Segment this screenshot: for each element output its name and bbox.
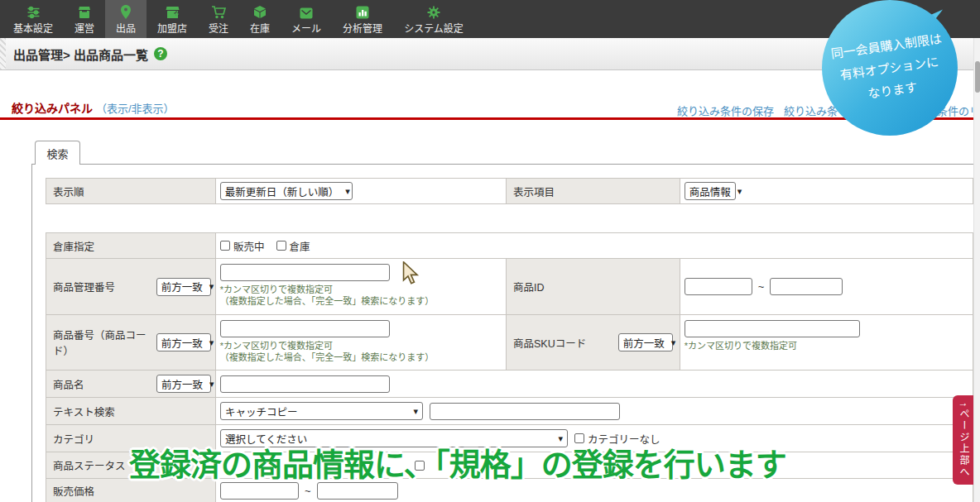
on-sale-checkbox[interactable] (220, 241, 230, 251)
nav-item-label: 在庫 (250, 21, 270, 35)
text-search-label: テキスト検索 (46, 398, 216, 424)
bar-chart-icon (356, 4, 369, 19)
nav-item-label: 出品 (116, 21, 136, 35)
product-code-match-select[interactable]: 前方一致 (156, 333, 211, 351)
package-icon (253, 4, 267, 19)
display-items-label: 表示項目 (507, 179, 680, 203)
mgmt-no-note1: *カンマ区切りで複数指定可 (220, 284, 333, 295)
nav-item-operations[interactable]: 運営 (64, 0, 105, 38)
product-name-match-select[interactable]: 前方一致 (156, 375, 211, 393)
table-row: 商品名 前方一致 (46, 371, 973, 398)
screen: 基本設定 運営 出品 加盟店 受注 (0, 0, 980, 502)
mail-icon (300, 4, 313, 19)
sku-match-select[interactable]: 前方一致 (618, 333, 673, 351)
table-row: 商品管理番号 前方一致 *カンマ区切りで複数指定可 （複数指定した場合、「完全一… (46, 259, 973, 315)
warehouse-label: 倉庫指定 (46, 233, 216, 258)
product-id-label: 商品ID (507, 259, 680, 314)
sort-label: 表示順 (46, 179, 216, 203)
box-icon (78, 4, 91, 19)
nav-item-label: システム設定 (404, 21, 464, 35)
save-filter-link[interactable]: 絞り込み条件の保存 (677, 103, 774, 118)
mgmt-no-label: 商品管理番号 (53, 279, 115, 294)
mgmt-no-note2: （複数指定した場合、「完全一致」検索になります） (220, 295, 435, 307)
filter-toggle-link[interactable]: （表示/非表示） (96, 103, 175, 115)
nav-item-basic-settings[interactable]: 基本設定 (2, 0, 64, 38)
range-tilde: ~ (758, 280, 765, 293)
scrollbar-thumb[interactable] (975, 61, 980, 93)
nav-item-mail[interactable]: メール (281, 0, 332, 38)
product-name-label: 商品名 (53, 376, 84, 392)
nav-item-label: 加盟店 (157, 21, 187, 35)
text-search-input[interactable] (430, 403, 620, 420)
pin-tag-icon (120, 4, 132, 19)
store-plus-icon (166, 4, 180, 19)
sku-input[interactable] (685, 320, 860, 337)
range-tilde: ~ (305, 485, 311, 497)
back-to-top-button[interactable]: ↑ページ上部へ (953, 395, 975, 485)
cart-icon (212, 4, 226, 19)
table-row: 表示順 最新更新日（新しい順） 表示項目 商品情報 (46, 179, 973, 204)
scrollbar-track[interactable] (973, 38, 980, 502)
nav-item-merchants[interactable]: 加盟店 (147, 0, 198, 38)
product-code-note2: （複数指定した場合、「完全一致」検索になります） (220, 351, 435, 363)
warehouse-checkbox[interactable] (276, 241, 286, 251)
product-name-input[interactable] (220, 375, 390, 393)
product-code-note1: *カンマ区切りで複数指定可 (220, 340, 333, 351)
sliders-icon (26, 4, 41, 19)
mouse-cursor (402, 261, 420, 286)
product-code-label: 商品番号（商品コード） (53, 327, 156, 358)
warehouse-checkbox-label: 倉庫 (276, 238, 310, 254)
nav-item-label: 運営 (74, 21, 94, 35)
nav-item-label: 分析管理 (343, 21, 382, 35)
nav-item-listing[interactable]: 出品 (105, 0, 147, 38)
text-search-type-select[interactable]: キャッチコピー (220, 402, 423, 420)
video-caption: 登録済の商品情報に、「規格」の登録を行います (129, 439, 786, 485)
mgmt-no-input[interactable] (220, 264, 390, 281)
table-row: テキスト検索 キャッチコピー (46, 398, 973, 425)
nav-item-stock[interactable]: 在庫 (239, 0, 281, 38)
filter-panel-header: 絞り込みパネル （表示/非表示） (12, 99, 175, 116)
filter-panel-title: 絞り込みパネル (12, 102, 93, 115)
load-filter-link[interactable]: 絞り込み条 (784, 103, 838, 118)
help-icon[interactable]: ? (154, 47, 167, 60)
nav-item-analytics[interactable]: 分析管理 (332, 0, 393, 38)
product-id-from-input[interactable] (685, 278, 752, 295)
tab-search[interactable]: 検索 (35, 141, 80, 165)
mgmt-no-match-select[interactable]: 前方一致 (156, 278, 211, 296)
on-sale-checkbox-label: 販売中 (220, 238, 265, 254)
info-bubble: 同一会員購入制限は 有料オプションに なります (822, 0, 958, 136)
gear-icon (427, 4, 440, 19)
display-items-select[interactable]: 商品情報 (685, 182, 736, 200)
breadcrumb: 出品管理> 出品商品一覧 (13, 45, 148, 63)
product-code-input[interactable] (220, 320, 390, 337)
table-row: 倉庫指定 販売中 倉庫 (46, 233, 973, 259)
sku-label: 商品SKUコード (513, 335, 586, 351)
nav-item-system-settings[interactable]: システム設定 (393, 0, 474, 38)
sku-note1: *カンマ区切りで複数指定可 (685, 340, 797, 351)
product-id-to-input[interactable] (770, 278, 843, 295)
red-divider (0, 117, 973, 120)
sort-table: 表示順 最新更新日（新しい順） 表示項目 商品情報 (46, 178, 973, 204)
sort-select[interactable]: 最新更新日（新しい順） (220, 182, 353, 200)
nav-item-label: 受注 (209, 21, 228, 35)
nav-item-label: 基本設定 (13, 21, 53, 35)
nav-item-label: メール (291, 21, 321, 35)
nav-item-orders[interactable]: 受注 (198, 0, 239, 38)
info-bubble-text: 同一会員購入制限は 有料オプションに なります (830, 26, 950, 108)
table-row: 商品番号（商品コード） 前方一致 *カンマ区切りで複数指定可 （複数指定した場合… (46, 315, 973, 371)
